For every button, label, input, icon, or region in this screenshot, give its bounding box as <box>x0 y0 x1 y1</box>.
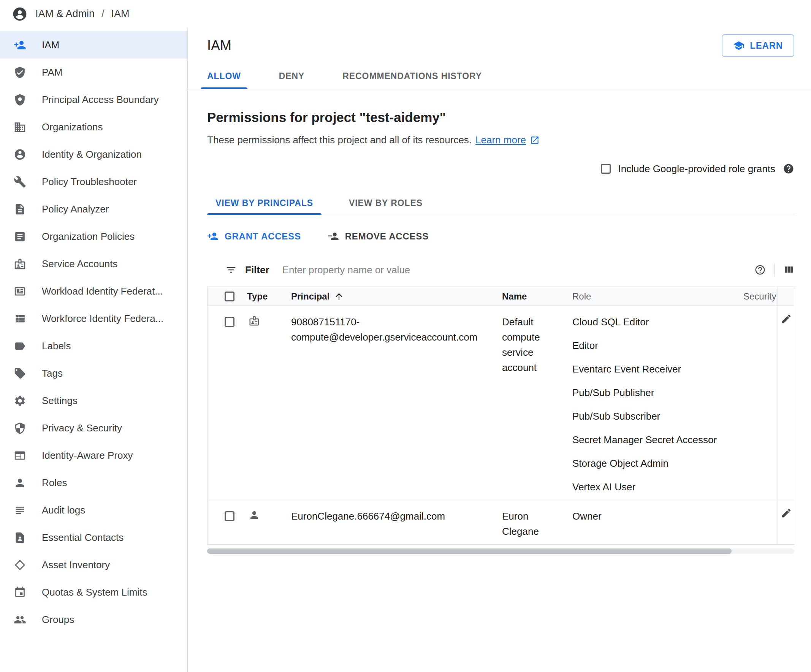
principal-cell: 908087151170-compute@developer.gservicea… <box>291 306 502 500</box>
column-header-principal[interactable]: Principal <box>291 287 502 305</box>
filter-icon <box>226 264 237 276</box>
person-icon <box>14 477 26 489</box>
breadcrumb-section[interactable]: IAM & Admin <box>36 8 95 20</box>
sidebar-item-label: Groups <box>42 614 74 626</box>
sidebar-item-essential-contacts[interactable]: Essential Contacts <box>0 524 187 551</box>
tab-recommendations-history[interactable]: RECOMMENDATIONS HISTORY <box>336 63 489 89</box>
tab-allow[interactable]: ALLOW <box>201 63 248 89</box>
sidebar-item-service-accounts[interactable]: Service Accounts <box>0 250 187 277</box>
sidebar-item-audit-logs[interactable]: Audit logs <box>0 496 187 524</box>
sidebar-item-principal-access-boundary[interactable]: Principal Access Boundary <box>0 86 187 113</box>
grant-access-label: GRANT ACCESS <box>225 231 301 242</box>
sidebar-item-pam[interactable]: PAM <box>0 59 187 86</box>
security-cell <box>743 306 777 500</box>
sidebar-item-label: Workforce Identity Federa... <box>42 313 163 324</box>
permissions-heading: Permissions for project "test-aidemy" <box>207 110 794 125</box>
help-icon[interactable] <box>783 163 794 175</box>
pinned-column-header <box>777 287 794 305</box>
learn-button[interactable]: LEARN <box>722 34 794 57</box>
scrollbar-thumb[interactable] <box>207 548 731 554</box>
sidebar-item-label: Labels <box>42 340 71 352</box>
sidebar-item-settings[interactable]: Settings <box>0 387 187 414</box>
access-actions: GRANT ACCESS REMOVE ACCESS <box>207 215 794 258</box>
sidebar-item-label: Asset Inventory <box>42 559 110 571</box>
remove-access-button[interactable]: REMOVE ACCESS <box>327 231 429 242</box>
sidebar-item-label: Quotas & System Limits <box>42 587 147 598</box>
sidebar-item-organizations[interactable]: Organizations <box>0 113 187 141</box>
filter-input[interactable] <box>282 264 746 276</box>
principal-cell: EuronClegane.666674@gmail.com <box>291 500 502 544</box>
sidebar-item-label: Privacy & Security <box>42 422 122 434</box>
edit-principal-button[interactable] <box>780 507 792 520</box>
role-item: Owner <box>572 509 743 524</box>
person-remove-icon <box>327 231 339 242</box>
page-title: IAM <box>207 37 231 54</box>
column-header-role[interactable]: Role <box>572 287 743 305</box>
role-item: Pub/Sub Subscriber <box>572 409 743 424</box>
label-icon <box>14 340 26 352</box>
sidebar-item-workload-identity-federation[interactable]: Workload Identity Federat... <box>0 277 187 305</box>
sidebar-item-groups[interactable]: Groups <box>0 606 187 633</box>
sidebar-item-label: Settings <box>42 395 78 407</box>
edit-principal-button[interactable] <box>780 313 792 326</box>
select-all-checkbox[interactable] <box>225 292 234 301</box>
wrench-icon <box>14 176 26 188</box>
role-item: Secret Manager Secret Accessor <box>572 432 743 447</box>
learn-more-link[interactable]: Learn more <box>475 134 526 146</box>
sidebar-item-iam[interactable]: IAM <box>0 31 187 59</box>
badge-icon <box>14 258 26 270</box>
role-item: Vertex AI User <box>572 479 743 494</box>
include-google-roles-checkbox[interactable] <box>601 164 611 174</box>
breadcrumb-page: IAM <box>111 8 130 20</box>
filter-label: Filter <box>245 264 270 276</box>
person-add-icon <box>14 39 26 51</box>
sort-ascending-icon[interactable] <box>334 292 344 301</box>
breadcrumb-separator: / <box>102 8 105 20</box>
grant-access-button[interactable]: GRANT ACCESS <box>207 231 301 242</box>
sidebar-item-asset-inventory[interactable]: Asset Inventory <box>0 551 187 579</box>
sidebar-item-quotas[interactable]: Quotas & System Limits <box>0 579 187 606</box>
page-header: IAM LEARN <box>188 28 811 63</box>
sidebar-item-privacy-security[interactable]: Privacy & Security <box>0 414 187 442</box>
sidebar-item-identity-aware-proxy[interactable]: Identity-Aware Proxy <box>0 442 187 469</box>
sidebar-item-label: Policy Analyzer <box>42 204 109 215</box>
groups-icon <box>14 613 26 626</box>
column-header-name[interactable]: Name <box>502 287 572 305</box>
lines-icon <box>14 504 26 516</box>
sidebar-item-label: Roles <box>42 477 67 489</box>
sidebar-item-labels[interactable]: Labels <box>0 332 187 360</box>
filter-help-button[interactable] <box>754 264 766 276</box>
sidebar-item-policy-analyzer[interactable]: Policy Analyzer <box>0 195 187 223</box>
filter-bar: Filter <box>207 258 794 282</box>
sidebar-item-policy-troubleshooter[interactable]: Policy Troubleshooter <box>0 168 187 195</box>
domain-icon <box>14 121 26 133</box>
permissions-description: These permissions affect this project an… <box>207 134 794 146</box>
sidebar-item-identity-organization[interactable]: Identity & Organization <box>0 141 187 168</box>
sidebar-item-workforce-identity-federation[interactable]: Workforce Identity Federa... <box>0 305 187 332</box>
tab-view-by-roles[interactable]: VIEW BY ROLES <box>341 191 431 215</box>
school-icon <box>733 40 745 51</box>
permissions-description-text: These permissions affect this project an… <box>207 134 472 146</box>
help-outline-icon <box>754 264 766 276</box>
tab-deny[interactable]: DENY <box>273 63 311 89</box>
open-in-new-icon[interactable] <box>530 135 540 145</box>
column-settings-button[interactable] <box>783 264 794 276</box>
role-item: Editor <box>572 338 743 353</box>
tab-view-by-principals[interactable]: VIEW BY PRINCIPALS <box>207 191 322 215</box>
view-tabs: VIEW BY PRINCIPALS VIEW BY ROLES <box>207 191 794 215</box>
sidebar-item-roles[interactable]: Roles <box>0 469 187 496</box>
row-checkbox[interactable] <box>225 511 234 521</box>
diamond-icon <box>14 559 26 571</box>
column-header-type[interactable]: Type <box>242 287 291 305</box>
table-header-row: Type Principal Name Role Security <box>207 287 794 306</box>
row-checkbox[interactable] <box>225 317 234 327</box>
sidebar-item-organization-policies[interactable]: Organization Policies <box>0 223 187 250</box>
sidebar-item-tags[interactable]: Tags <box>0 360 187 387</box>
column-header-principal-label: Principal <box>291 289 329 304</box>
column-header-security: Security <box>743 287 777 305</box>
name-cell: Default compute service account <box>502 306 572 500</box>
horizontal-scrollbar[interactable] <box>207 548 794 554</box>
person-add-icon <box>207 231 219 242</box>
role-item: Storage Object Admin <box>572 456 743 471</box>
person-icon <box>249 509 260 521</box>
